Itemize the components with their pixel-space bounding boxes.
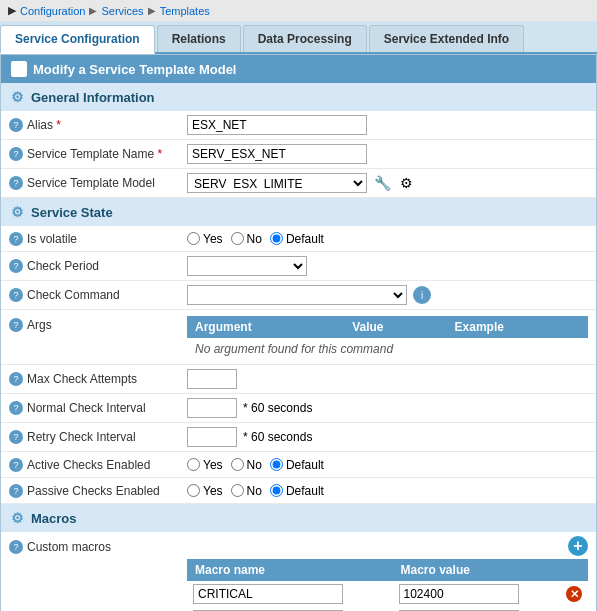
retry-interval-value-area: * 60 seconds (187, 427, 588, 447)
check-command-select[interactable] (187, 285, 407, 305)
retry-interval-label: Retry Check Interval (27, 430, 187, 444)
retry-interval-row: ? Retry Check Interval * 60 seconds (1, 423, 596, 452)
page-title: Modify a Service Template Model (1, 55, 596, 83)
max-check-value-area (187, 369, 588, 389)
macro-row-critical: ✕ (187, 581, 588, 607)
macro-name-input-critical[interactable] (193, 584, 343, 604)
args-help-icon[interactable]: ? (9, 318, 23, 332)
template-name-row: ? Service Template Name * (1, 140, 596, 169)
active-checks-yes-label[interactable]: Yes (187, 458, 223, 472)
breadcrumb: ▶ Configuration ▶ Services ▶ Templates (0, 0, 597, 21)
custom-macros-row: ? Custom macros + Macro name Macro value (1, 532, 596, 611)
macro-right-area: + Macro name Macro value (187, 536, 588, 611)
args-row: ? Args Argument Value Example No argumen… (1, 310, 596, 365)
passive-checks-yes-radio[interactable] (187, 484, 200, 497)
tab-data-processing[interactable]: Data Processing (243, 25, 367, 52)
check-period-select[interactable] (187, 256, 307, 276)
active-checks-yes-radio[interactable] (187, 458, 200, 471)
passive-checks-default-radio[interactable] (270, 484, 283, 497)
custom-macros-label: Custom macros (27, 536, 187, 554)
passive-checks-yes-label[interactable]: Yes (187, 484, 223, 498)
macro-value-input-critical[interactable] (399, 584, 519, 604)
passive-checks-value-area: Yes No Default (187, 484, 588, 498)
args-col-value: Value (344, 316, 446, 338)
normal-interval-input[interactable] (187, 398, 237, 418)
template-name-help-icon[interactable]: ? (9, 147, 23, 161)
is-volatile-no-label[interactable]: No (231, 232, 262, 246)
max-check-row: ? Max Check Attempts (1, 365, 596, 394)
check-period-value-area (187, 256, 588, 276)
is-volatile-help-icon[interactable]: ? (9, 232, 23, 246)
alias-value-area (187, 115, 588, 135)
passive-checks-no-radio[interactable] (231, 484, 244, 497)
normal-interval-row: ? Normal Check Interval * 60 seconds (1, 394, 596, 423)
check-command-help-icon[interactable]: ? (9, 288, 23, 302)
content-area: Modify a Service Template Model ⚙ Genera… (0, 54, 597, 611)
normal-interval-seconds-text: * 60 seconds (243, 401, 312, 415)
template-name-input[interactable] (187, 144, 367, 164)
macros-gear-icon: ⚙ (9, 510, 25, 526)
is-volatile-value-area: Yes No Default (187, 232, 588, 246)
alias-help-icon[interactable]: ? (9, 118, 23, 132)
service-state-header: ⚙ Service State (1, 198, 596, 226)
is-volatile-default-radio[interactable] (270, 232, 283, 245)
active-checks-default-radio[interactable] (270, 458, 283, 471)
config-icon-1[interactable]: 🔧 (373, 174, 391, 192)
args-col-example: Example (447, 316, 588, 338)
normal-interval-help-icon[interactable]: ? (9, 401, 23, 415)
is-volatile-row: ? Is volatile Yes No Default (1, 226, 596, 252)
is-volatile-no-radio[interactable] (231, 232, 244, 245)
is-volatile-yes-label[interactable]: Yes (187, 232, 223, 246)
max-check-help-icon[interactable]: ? (9, 372, 23, 386)
template-name-label: Service Template Name * (27, 147, 187, 161)
macro-value-cell-warning (393, 607, 560, 611)
max-check-input[interactable] (187, 369, 237, 389)
macro-delete-critical-button[interactable]: ✕ (566, 586, 582, 602)
tab-relations[interactable]: Relations (157, 25, 241, 52)
template-model-value-area: SERV_ESX_LIMITE 🔧 ⚙ (187, 173, 588, 193)
passive-checks-help-icon[interactable]: ? (9, 484, 23, 498)
retry-interval-help-icon[interactable]: ? (9, 430, 23, 444)
macro-delete-cell-critical: ✕ (560, 581, 588, 607)
check-command-label: Check Command (27, 288, 187, 302)
macro-name-cell-critical (187, 581, 393, 607)
passive-checks-no-label[interactable]: No (231, 484, 262, 498)
check-command-info-btn[interactable]: i (413, 286, 431, 304)
active-checks-no-label[interactable]: No (231, 458, 262, 472)
breadcrumb-configuration[interactable]: Configuration (20, 5, 85, 17)
is-volatile-default-label[interactable]: Default (270, 232, 324, 246)
template-name-value-area (187, 144, 588, 164)
active-checks-label: Active Checks Enabled (27, 458, 187, 472)
macro-col-name: Macro name (187, 559, 393, 581)
tabs-bar: Service Configuration Relations Data Pro… (0, 21, 597, 54)
retry-interval-input[interactable] (187, 427, 237, 447)
config-icon-2[interactable]: ⚙ (397, 174, 415, 192)
alias-input[interactable] (187, 115, 367, 135)
args-label: Args (27, 316, 187, 332)
macro-col-value: Macro value (393, 559, 560, 581)
macro-delete-cell-warning: ✕ (560, 607, 588, 611)
macro-table: Macro name Macro value ✕ (187, 559, 588, 611)
tab-service-extended-info[interactable]: Service Extended Info (369, 25, 524, 52)
active-checks-no-radio[interactable] (231, 458, 244, 471)
args-empty-message: No argument found for this command (187, 338, 588, 360)
check-period-help-icon[interactable]: ? (9, 259, 23, 273)
is-volatile-yes-radio[interactable] (187, 232, 200, 245)
template-model-row: ? Service Template Model SERV_ESX_LIMITE… (1, 169, 596, 198)
passive-checks-row: ? Passive Checks Enabled Yes No Default (1, 478, 596, 504)
alias-label: Alias * (27, 118, 187, 132)
breadcrumb-services[interactable]: Services (101, 5, 143, 17)
template-model-help-icon[interactable]: ? (9, 176, 23, 190)
custom-macros-help-icon[interactable]: ? (9, 540, 23, 554)
active-checks-default-label[interactable]: Default (270, 458, 324, 472)
macro-col-actions (560, 559, 588, 581)
macro-row-warning: ✕ (187, 607, 588, 611)
template-model-select[interactable]: SERV_ESX_LIMITE (187, 173, 367, 193)
passive-checks-default-label[interactable]: Default (270, 484, 324, 498)
tab-service-configuration[interactable]: Service Configuration (0, 25, 155, 54)
breadcrumb-templates[interactable]: Templates (160, 5, 210, 17)
active-checks-help-icon[interactable]: ? (9, 458, 23, 472)
retry-interval-seconds-text: * 60 seconds (243, 430, 312, 444)
check-command-value-area: i (187, 285, 588, 305)
add-macro-button[interactable]: + (568, 536, 588, 556)
